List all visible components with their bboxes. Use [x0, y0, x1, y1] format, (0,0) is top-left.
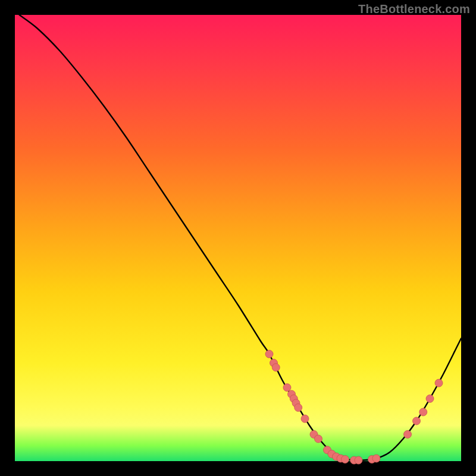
curve-marker: [355, 456, 362, 464]
bottleneck-curve: [20, 15, 462, 461]
curve-marker: [265, 350, 273, 358]
curve-marker: [301, 415, 309, 422]
watermark-text: TheBottleneck.com: [358, 2, 470, 16]
curve-marker: [272, 364, 280, 371]
curve-marker: [426, 395, 434, 403]
curve-markers: [265, 350, 443, 465]
chart-frame: TheBottleneck.com: [0, 0, 476, 476]
curve-marker: [283, 384, 291, 392]
curve-marker: [315, 435, 322, 443]
curve-marker: [372, 455, 380, 462]
curve-marker: [413, 417, 421, 425]
curve-marker: [295, 404, 302, 412]
curve-marker: [342, 456, 349, 464]
curve-marker: [404, 431, 412, 439]
curve-marker: [435, 379, 443, 387]
curve-marker: [419, 408, 427, 416]
plot-area: [15, 15, 461, 461]
curve-layer: [15, 15, 461, 461]
